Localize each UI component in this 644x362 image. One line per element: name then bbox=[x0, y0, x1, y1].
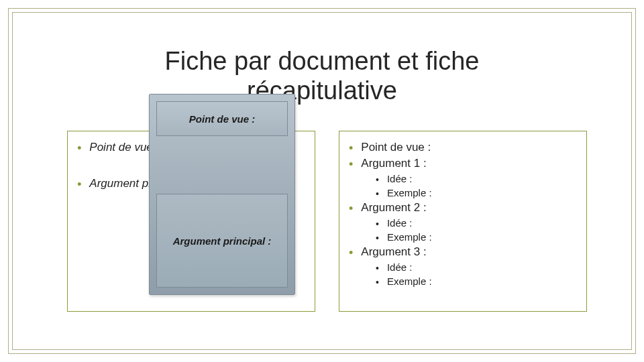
right-item-arg3-exemple: • Exemple : bbox=[376, 276, 577, 287]
right-item-arg1-exemple: • Exemple : bbox=[376, 187, 577, 198]
bullet-dot-icon: • bbox=[349, 158, 353, 170]
bullet-dot-icon: • bbox=[349, 202, 353, 215]
right-item-arg3-label: Argument 3 : bbox=[361, 245, 426, 259]
sub-bullet-dot-icon: • bbox=[376, 263, 379, 273]
bullet-dot-icon: • bbox=[77, 142, 81, 154]
overlay-bottom-box: Argument principal : bbox=[156, 194, 288, 288]
overlay-top-label: Point de vue : bbox=[189, 113, 255, 125]
right-item-pov: • Point de vue : bbox=[349, 141, 577, 154]
right-item-arg1-idee-label: Idée : bbox=[387, 173, 413, 184]
slide-title: Fiche par document et fiche récapitulati… bbox=[0, 47, 644, 105]
right-item-arg3-idee-label: Idée : bbox=[387, 261, 413, 273]
right-item-arg2-idee-label: Idée : bbox=[387, 217, 413, 229]
sub-bullet-dot-icon: • bbox=[376, 189, 379, 198]
overlay-bottom-label: Argument principal : bbox=[173, 235, 272, 247]
right-item-arg1-exemple-label: Exemple : bbox=[387, 187, 432, 198]
bullet-dot-icon: • bbox=[77, 178, 81, 190]
right-item-pov-label: Point de vue : bbox=[361, 141, 431, 154]
overlay-card: Point de vue : Argument principal : bbox=[149, 94, 295, 295]
sub-bullet-dot-icon: • bbox=[376, 278, 379, 287]
sub-bullet-dot-icon: • bbox=[376, 219, 379, 229]
right-panel: • Point de vue : • Argument 1 : • Idée :… bbox=[339, 131, 587, 312]
right-item-arg3-exemple-label: Exemple : bbox=[387, 276, 432, 287]
right-item-arg2-idee: • Idée : bbox=[376, 217, 577, 229]
right-item-arg2: • Argument 2 : bbox=[349, 201, 577, 215]
bullet-dot-icon: • bbox=[349, 247, 353, 259]
right-item-arg2-label: Argument 2 : bbox=[361, 201, 426, 215]
sub-bullet-dot-icon: • bbox=[376, 233, 379, 243]
right-item-arg3: • Argument 3 : bbox=[349, 245, 577, 259]
slide: Fiche par document et fiche récapitulati… bbox=[0, 0, 644, 362]
overlay-top-box: Point de vue : bbox=[156, 101, 288, 136]
right-item-arg2-exemple: • Exemple : bbox=[376, 231, 577, 243]
right-item-arg1-idee: • Idée : bbox=[376, 173, 577, 184]
right-item-arg1-label: Argument 1 : bbox=[361, 157, 426, 170]
right-item-arg3-idee: • Idée : bbox=[376, 261, 577, 273]
right-item-arg1: • Argument 1 : bbox=[349, 157, 577, 170]
sub-bullet-dot-icon: • bbox=[376, 175, 379, 184]
bullet-dot-icon: • bbox=[349, 142, 353, 154]
right-item-arg2-exemple-label: Exemple : bbox=[387, 231, 432, 243]
